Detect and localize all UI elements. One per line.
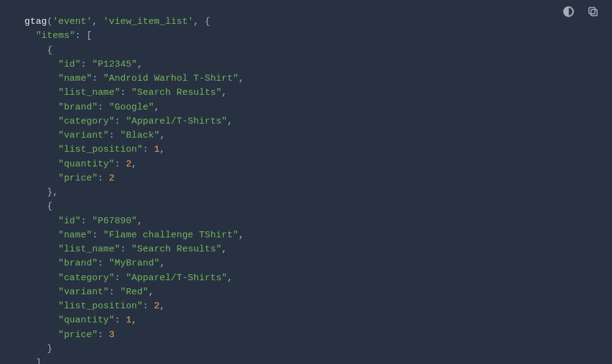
code-fn: gtag <box>24 17 47 27</box>
code-block-container: gtag('event', 'view_item_list', { "items… <box>0 0 612 364</box>
code-toolbar <box>562 5 600 18</box>
code-arg1: view_item_list <box>109 17 188 27</box>
svg-rect-0 <box>591 10 597 16</box>
code-arg0: event <box>58 17 86 27</box>
svg-rect-1 <box>589 7 595 13</box>
brightness-icon[interactable] <box>562 5 575 18</box>
code-block: gtag('event', 'view_item_list', { "items… <box>0 0 612 364</box>
copy-icon[interactable] <box>586 5 600 18</box>
code-items-key: items <box>42 31 70 41</box>
